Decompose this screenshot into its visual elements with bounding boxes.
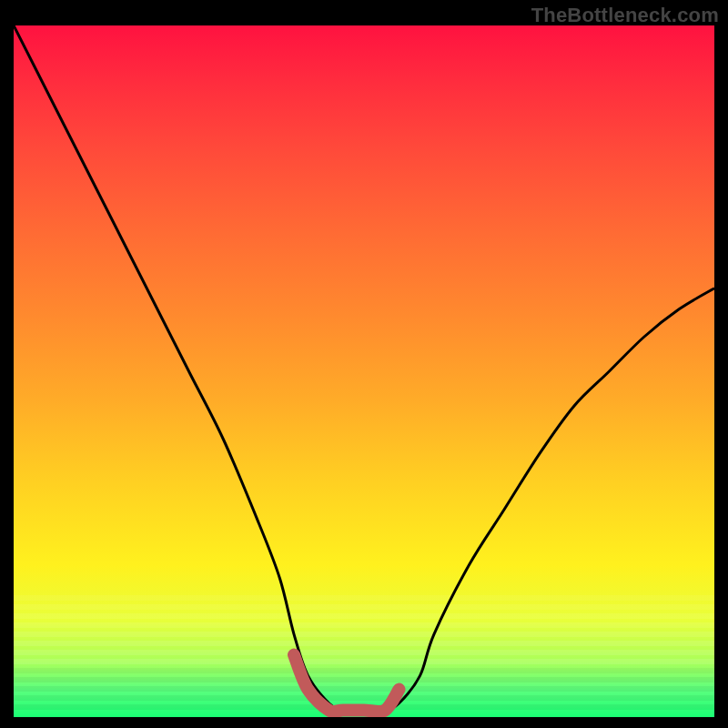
chart-svg (14, 25, 714, 717)
watermark-text: TheBottleneck.com (531, 4, 719, 27)
plot-area (14, 25, 714, 717)
chart-stage: TheBottleneck.com (0, 0, 728, 728)
bottom-accent-path (294, 655, 399, 712)
curve-path (14, 25, 714, 711)
